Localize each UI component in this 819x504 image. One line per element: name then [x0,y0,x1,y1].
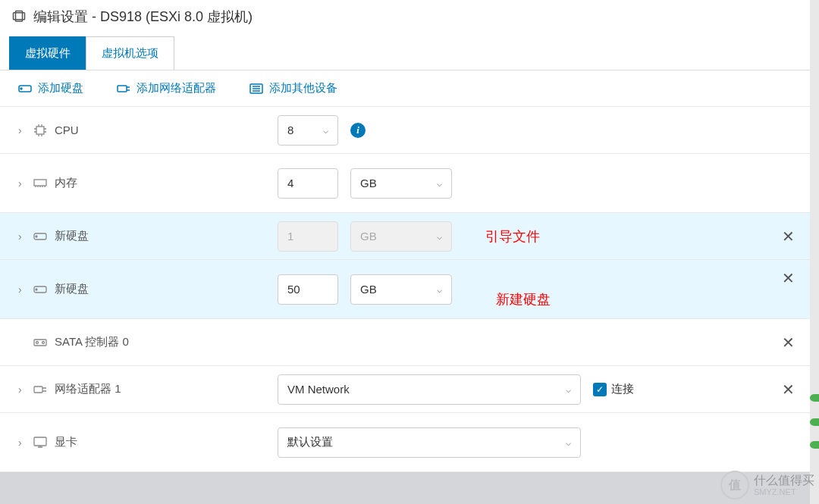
chevron-right-icon: › [18,437,26,449]
remove-disk1-button[interactable]: ✕ [782,227,795,246]
memory-unit-select[interactable]: GB ⌵ [350,168,452,199]
status-dot-icon [810,418,819,426]
chevron-right-icon: › [18,124,26,136]
cpu-select[interactable]: 8 ⌵ [278,115,338,146]
cpu-label[interactable]: › CPU [0,124,278,137]
nic-icon [33,383,47,396]
annotation-boot: 引导文件 [485,227,540,246]
memory-input[interactable]: 4 [278,168,338,199]
toolbar: 添加硬盘 添加网络适配器 添加其他设备 [0,70,810,107]
disk1-unit-select: GB ⌵ [350,221,452,252]
device-icon [249,83,263,95]
chevron-down-icon: ⌵ [437,231,442,242]
disk2-unit-select[interactable]: GB ⌵ [350,274,452,305]
disk-icon [33,230,47,243]
disk2-size-input[interactable]: 50 [278,274,338,305]
tab-vm-options[interactable]: 虚拟机选项 [86,36,174,70]
dialog-header: 编辑设置 - DS918 (ESXi 8.0 虚拟机) [0,0,810,36]
disk1-size-input: 1 [278,221,338,252]
controller-icon [33,336,47,349]
memory-icon [33,177,47,190]
watermark-badge: 值 [720,471,749,499]
disk2-label[interactable]: › 新硬盘 [0,282,278,296]
chevron-right-icon: › [18,383,26,396]
status-dot-icon [810,394,819,402]
row-cpu: › CPU 8 ⌵ i [0,107,810,154]
disk-icon [18,83,32,94]
chevron-down-icon: ⌵ [437,178,442,189]
svg-rect-19 [34,437,46,446]
nic-connect-checkbox[interactable]: ✓ 连接 [593,382,634,396]
tabs: 虚拟硬件 虚拟机选项 [0,36,810,70]
checkbox-checked-icon: ✓ [593,383,607,396]
chevron-down-icon: ⌵ [566,437,571,448]
side-strip [810,0,819,504]
tab-virtual-hardware[interactable]: 虚拟硬件 [9,36,86,70]
row-sata: SATA 控制器 0 ✕ [0,319,810,366]
gpu-label[interactable]: › 显卡 [0,435,278,449]
annotation-new: 新建硬盘 [496,290,551,308]
row-gpu: › 显卡 默认设置 ⌵ [0,413,810,472]
svg-rect-10 [34,180,46,186]
add-other-button[interactable]: 添加其他设备 [249,81,337,95]
svg-rect-4 [118,86,127,92]
nic-network-select[interactable]: VM Network ⌵ [278,374,581,405]
row-disk-boot: › 新硬盘 1 GB ⌵ 引导文件 ✕ [0,213,810,260]
chevron-down-icon: ⌵ [323,125,328,136]
chevron-right-icon: › [18,177,26,189]
cpu-icon [33,124,47,137]
add-disk-button[interactable]: 添加硬盘 [18,81,83,95]
info-icon[interactable]: i [350,123,366,138]
add-nic-button[interactable]: 添加网络适配器 [117,81,216,95]
row-nic: › 网络适配器 1 VM Network ⌵ ✓ 连接 ✕ [0,366,810,413]
gpu-select[interactable]: 默认设置 ⌵ [278,427,581,458]
svg-point-3 [20,88,22,89]
sata-label: SATA 控制器 0 [0,335,278,349]
watermark: 值 什么值得买 SMYZ.NET [720,471,814,499]
memory-label[interactable]: › 内存 [0,176,278,190]
svg-rect-9 [36,127,44,134]
nic-icon [117,83,130,95]
remove-sata-button[interactable]: ✕ [782,333,795,352]
chevron-down-icon: ⌵ [437,284,442,295]
row-disk-new: › 新硬盘 50 GB ⌵ 新建硬盘 ✕ [0,260,810,319]
disk1-label[interactable]: › 新硬盘 [0,229,278,243]
display-icon [33,436,47,449]
row-memory: › 内存 4 GB ⌵ [0,154,810,213]
chevron-right-icon: › [18,283,26,296]
remove-disk2-button[interactable]: ✕ [782,269,795,287]
svg-point-17 [42,341,45,343]
svg-rect-18 [34,387,42,393]
dialog-title: 编辑设置 - DS918 (ESXi 8.0 虚拟机) [33,8,253,26]
vm-settings-icon [12,10,26,23]
svg-point-12 [36,236,37,237]
remove-nic-button[interactable]: ✕ [782,380,795,399]
disk-icon [33,283,47,296]
nic-label[interactable]: › 网络适配器 1 [0,382,278,396]
svg-point-16 [36,341,39,343]
chevron-right-icon: › [18,230,26,243]
svg-point-14 [36,289,37,290]
status-dot-icon [810,441,819,449]
chevron-down-icon: ⌵ [566,384,571,395]
